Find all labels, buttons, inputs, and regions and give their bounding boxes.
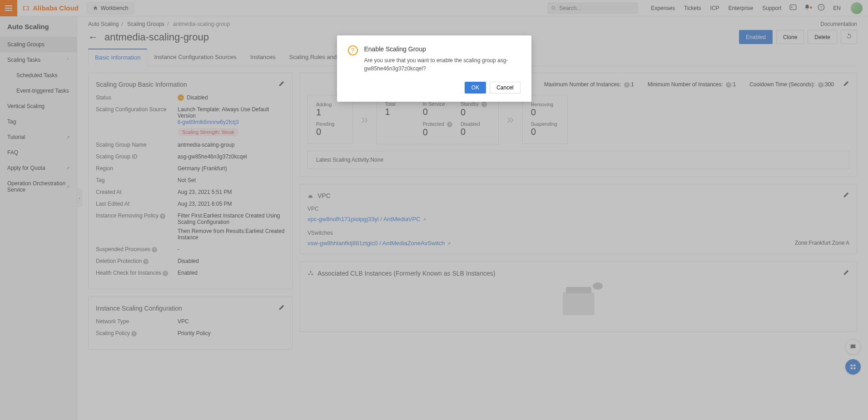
question-icon: ? — [348, 45, 358, 55]
cancel-button[interactable]: Cancel — [490, 82, 520, 94]
ok-button[interactable]: OK — [465, 82, 486, 94]
confirm-modal: ? Enable Scaling Group Are you sure that… — [337, 35, 531, 102]
modal-title: Enable Scaling Group — [364, 45, 521, 53]
modal-overlay[interactable]: ? Enable Scaling Group Are you sure that… — [0, 0, 868, 420]
modal-text: Are you sure that you want to enable the… — [364, 56, 521, 73]
